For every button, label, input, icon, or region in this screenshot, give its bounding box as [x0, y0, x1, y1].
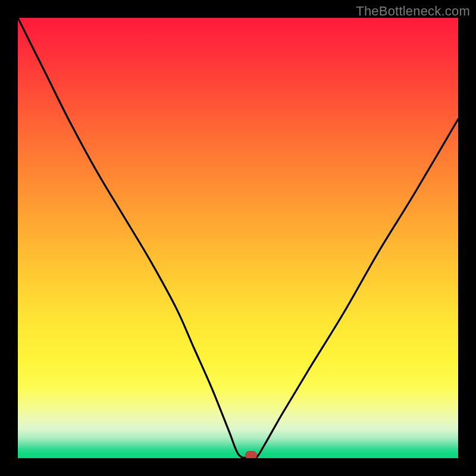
min-marker [245, 451, 257, 458]
watermark-label: TheBottleneck.com [356, 4, 470, 19]
bottleneck-curve [18, 18, 458, 458]
chart-frame: TheBottleneck.com [0, 0, 476, 476]
plot-area [18, 18, 458, 458]
